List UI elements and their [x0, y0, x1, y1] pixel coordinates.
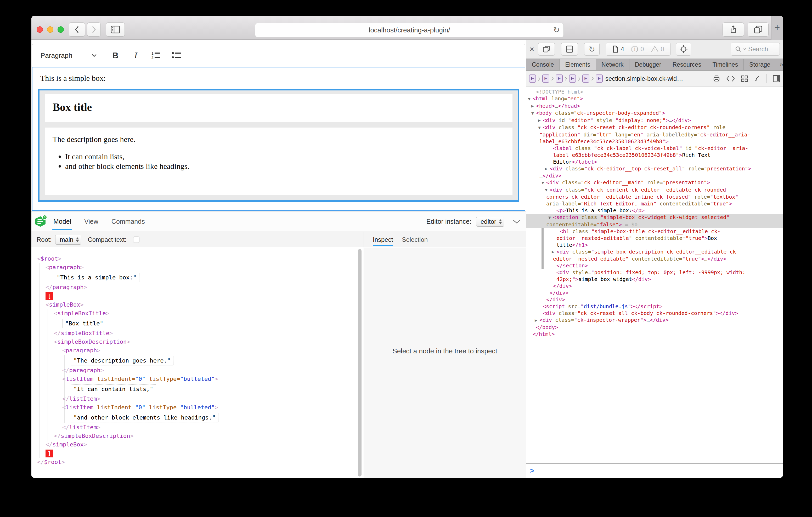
layout-grid-icon[interactable]	[741, 75, 748, 82]
model-node-listitem[interactable]: <listItem listIndent="0" listType="bulle…	[31, 403, 356, 412]
collapsed-arrow-icon[interactable]: ▶	[538, 117, 543, 124]
dom-node[interactable]: ▶<head>…</head>	[526, 102, 783, 110]
dom-node[interactable]: editor__nested-editable" contenteditable…	[526, 235, 783, 242]
reload-icon[interactable]: ↻	[553, 25, 560, 34]
devtools-tab-timelines[interactable]: Timelines	[707, 59, 744, 70]
model-text-node[interactable]: "It can contain lists,"	[31, 383, 356, 394]
dom-node[interactable]: label_e63cbbfece34c53ce23501062343f49b8"…	[526, 138, 783, 145]
resource-status-button[interactable]: 4 ! 0 ! 0	[606, 42, 671, 56]
inspector-tab-commands[interactable]: Commands	[110, 211, 146, 232]
dom-node[interactable]: </html>	[526, 331, 783, 337]
inspector-tab-view[interactable]: View	[83, 211, 99, 232]
dom-node[interactable]: </div>	[526, 282, 783, 290]
tree-scrollbar[interactable]	[356, 247, 364, 478]
expanded-arrow-icon[interactable]: ▼	[531, 110, 536, 117]
model-node-simpleboxdescription[interactable]: </simpleBoxDescription>	[31, 431, 356, 440]
search-input[interactable]: Search	[731, 42, 780, 56]
simple-box-description[interactable]: The description goes here. It can contai…	[45, 127, 513, 195]
expanded-arrow-icon[interactable]: ▼	[548, 214, 553, 221]
dom-node[interactable]: 42px;">simple box widget</div>	[526, 276, 783, 282]
dom-node[interactable]: <div style="position: fixed; top: 0px; l…	[526, 269, 783, 276]
dom-node[interactable]: </div>	[526, 290, 783, 296]
dom-node[interactable]: <!DOCTYPE html>	[526, 88, 783, 95]
bulleted-list-button[interactable]	[171, 50, 182, 61]
model-node-simplebox[interactable]: <simpleBox>	[31, 300, 356, 309]
devtools-tab-item[interactable]: »	[776, 59, 783, 70]
dom-node[interactable]: Editor</label>	[526, 158, 783, 165]
editor-paragraph[interactable]: This is a simple box:	[40, 74, 517, 83]
description-list-item[interactable]: and other block elements like headings.	[65, 161, 504, 171]
bold-button[interactable]: B	[110, 50, 121, 61]
model-node-listitem[interactable]: </listItem>	[31, 423, 356, 431]
numbered-list-button[interactable]: 12	[150, 50, 162, 61]
dom-node[interactable]: ▼<html lang="en">	[526, 95, 783, 102]
description-paragraph[interactable]: The description goes here.	[53, 135, 504, 144]
selection-end-marker[interactable]: ]	[31, 449, 356, 458]
styles-brush-icon[interactable]	[754, 75, 761, 82]
simple-box-widget[interactable]: Box title The description goes here. It …	[38, 89, 519, 202]
side-tab-inspect[interactable]: Inspect	[373, 232, 393, 247]
description-list[interactable]: It can contain lists,and other block ele…	[56, 152, 504, 171]
dom-node[interactable]: </body>	[526, 324, 783, 331]
details-sidebar-icon[interactable]	[773, 75, 780, 83]
dom-node[interactable]: title</h1>	[526, 242, 783, 248]
dom-node[interactable]: ▼<div class="ck ck-content ck-editor__ed…	[526, 186, 783, 194]
sidebar-toggle-button[interactable]	[106, 23, 125, 37]
collapsed-arrow-icon[interactable]: ▶	[531, 103, 536, 110]
show-source-icon[interactable]	[726, 75, 735, 82]
model-node-paragraph[interactable]: </paragraph>	[31, 366, 356, 374]
dom-node[interactable]: </section>	[526, 262, 783, 269]
dom-node[interactable]: ▶<div class="ck-inspector-wrapper">…</di…	[526, 316, 783, 324]
model-node-listitem[interactable]: </listItem>	[31, 394, 356, 403]
devtools-tab-storage[interactable]: Storage	[744, 59, 776, 70]
element-picker-button[interactable]	[676, 42, 691, 56]
breadcrumb-element-badge[interactable]: E	[529, 74, 536, 83]
address-bar[interactable]: localhost/creating-a-plugin/ ↻	[255, 23, 564, 37]
editor-instance-select[interactable]: editor	[476, 217, 504, 226]
close-window-button[interactable]	[37, 26, 43, 33]
collapse-inspector-button[interactable]	[513, 219, 521, 224]
dom-node-selected[interactable]: ▼<section class="simple-box ck-widget ck…	[526, 214, 783, 221]
expanded-arrow-icon[interactable]: ▼	[528, 96, 532, 102]
model-text-node[interactable]: "Box title"	[31, 317, 356, 329]
dom-node[interactable]: ▼<body class="ck-inspector-body-expanded…	[526, 110, 783, 117]
dom-node[interactable]: <script src="dist/bundle.js"></script>	[526, 303, 783, 310]
model-text-node[interactable]: "The description goes here."	[31, 355, 356, 366]
model-text-node[interactable]: "This is a simple box:"	[31, 272, 356, 283]
forward-button[interactable]	[87, 23, 101, 37]
dom-node[interactable]: "application" dir="ltr" lang="en" aria-l…	[526, 131, 783, 138]
dom-node[interactable]: <label class="ck ck-label ck-voice-label…	[526, 145, 783, 152]
side-tab-selection[interactable]: Selection	[402, 232, 428, 247]
dom-node[interactable]: aria-label="Rich Text Editor, main" cont…	[526, 200, 783, 207]
dom-node[interactable]: …</div>	[526, 172, 783, 179]
dom-node[interactable]: ▶<div class="ck ck-editor__top ck-reset_…	[526, 165, 783, 173]
quick-console[interactable]: >	[526, 463, 783, 478]
close-devtools-button[interactable]: ×	[529, 44, 534, 54]
expanded-arrow-icon[interactable]: ▼	[545, 187, 550, 193]
print-styles-icon[interactable]	[713, 75, 720, 83]
dom-node[interactable]: </div>	[526, 296, 783, 303]
model-text-node[interactable]: "and other block elements like headings.…	[31, 412, 356, 423]
breadcrumb-element-badge[interactable]: E	[556, 74, 563, 83]
breadcrumb-element-badge[interactable]: E	[569, 74, 576, 83]
italic-button[interactable]: I	[130, 50, 142, 61]
dom-node[interactable]: editor__nested-editable" contenteditable…	[526, 255, 783, 262]
detach-devtools-button[interactable]	[538, 42, 555, 56]
description-list-item[interactable]: It can contain lists,	[65, 152, 504, 161]
model-node-simplebox[interactable]: </simpleBox>	[31, 440, 356, 449]
devtools-tab-network[interactable]: Network	[596, 59, 629, 70]
devtools-tab-elements[interactable]: Elements	[559, 59, 596, 70]
root-select[interactable]: main	[55, 235, 81, 245]
dom-node[interactable]: corners ck-editor__editable_inline ck-fo…	[526, 193, 783, 200]
dom-node[interactable]: ▶<div class="simple-box-description ck-e…	[526, 248, 783, 255]
tab-overview-button[interactable]	[748, 23, 768, 37]
dom-node[interactable]: <div class="ck ck-reset_all ck-body ck-r…	[526, 310, 783, 316]
share-button[interactable]	[723, 23, 744, 37]
model-node-listitem[interactable]: <listItem listIndent="0" listType="bulle…	[31, 374, 356, 383]
minimize-window-button[interactable]	[47, 26, 53, 33]
collapsed-arrow-icon[interactable]: ▶	[535, 317, 540, 324]
dom-node[interactable]: <h1 class="simple-box-title ck-editor__e…	[526, 228, 783, 235]
dom-node[interactable]: <p>This is a simple box:</p>	[526, 207, 783, 214]
expanded-arrow-icon[interactable]: ▼	[542, 180, 546, 186]
collapsed-arrow-icon[interactable]: ▶	[552, 249, 556, 255]
